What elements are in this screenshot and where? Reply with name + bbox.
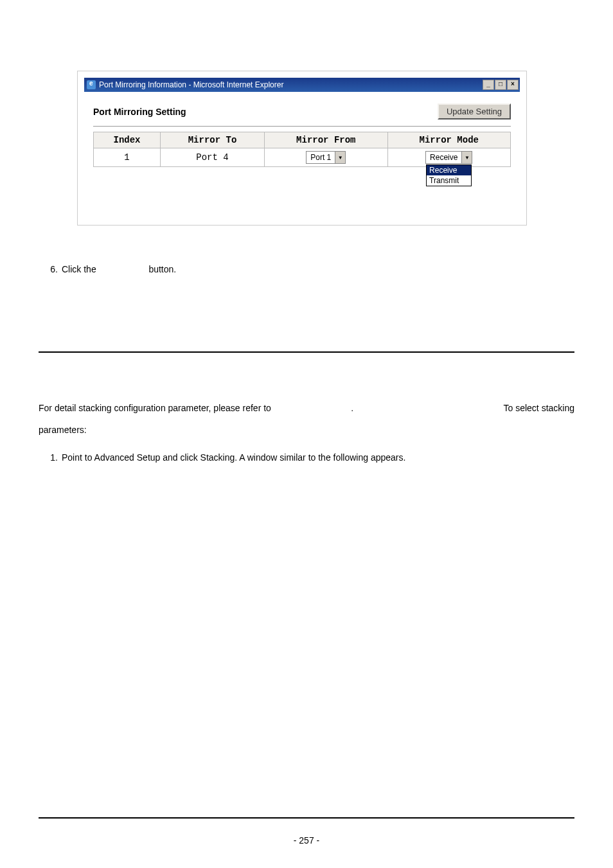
cell-mirror-from: Port 1 ▼ [265, 148, 387, 167]
maximize-button[interactable]: □ [495, 80, 506, 90]
col-index: Index [93, 132, 161, 148]
cell-index: 1 [93, 148, 161, 167]
section-divider [39, 351, 574, 353]
titlebar: Port Mirroring Information - Microsoft I… [84, 78, 520, 92]
step-6-num: 6. [39, 264, 58, 274]
mirror-mode-options: Receive Transmit [426, 164, 472, 186]
body-pre: For detail stacking configuration parame… [39, 403, 271, 413]
option-transmit[interactable]: Transmit [427, 175, 471, 186]
content-area: Port Mirroring Setting Update Setting In… [84, 92, 520, 218]
step-6-pre: Click the [62, 264, 96, 274]
ie-icon [87, 80, 96, 89]
minimize-button[interactable]: _ [483, 80, 494, 90]
col-mirror-to: Mirror To [161, 132, 265, 148]
step-1-text: Point to Advanced Setup and click Stacki… [62, 452, 405, 463]
option-receive[interactable]: Receive [427, 165, 471, 175]
step-6-post: button. [148, 264, 176, 274]
chevron-down-icon: ▼ [461, 152, 472, 163]
mirror-from-value: Port 1 [306, 153, 335, 162]
step-1-num: 1. [39, 452, 58, 463]
footer-divider [39, 817, 574, 819]
mirror-from-select[interactable]: Port 1 ▼ [306, 151, 346, 164]
cell-mirror-to: Port 4 [161, 148, 265, 167]
body-param: parameters: [39, 420, 574, 441]
page-number: - 257 - [0, 835, 613, 846]
mirror-table: Index Mirror To Mirror From Mirror Mode … [93, 132, 511, 167]
body-paragraph: For detail stacking configuration parame… [39, 398, 574, 441]
table-row: 1 Port 4 Port 1 ▼ Receive ▼ Rec [93, 148, 511, 167]
mirror-mode-select[interactable]: Receive ▼ Receive Transmit [425, 151, 472, 164]
body-right: To select stacking [504, 398, 575, 420]
cell-mirror-mode: Receive ▼ Receive Transmit [388, 148, 511, 167]
chevron-down-icon: ▼ [335, 152, 345, 163]
page-title: Port Mirroring Setting [93, 107, 438, 117]
window-title: Port Mirroring Information - Microsoft I… [99, 80, 283, 89]
mirror-mode-value: Receive [426, 153, 461, 162]
step-1: 1. Point to Advanced Setup and click Sta… [39, 452, 574, 463]
col-mirror-mode: Mirror Mode [388, 132, 511, 148]
step-6: 6. Click the button. [39, 264, 574, 274]
update-setting-button[interactable]: Update Setting [438, 103, 511, 120]
browser-window: Port Mirroring Information - Microsoft I… [77, 71, 527, 226]
col-mirror-from: Mirror From [265, 132, 387, 148]
body-dot: . [351, 403, 353, 413]
divider [93, 126, 511, 127]
close-button[interactable]: × [507, 80, 519, 90]
